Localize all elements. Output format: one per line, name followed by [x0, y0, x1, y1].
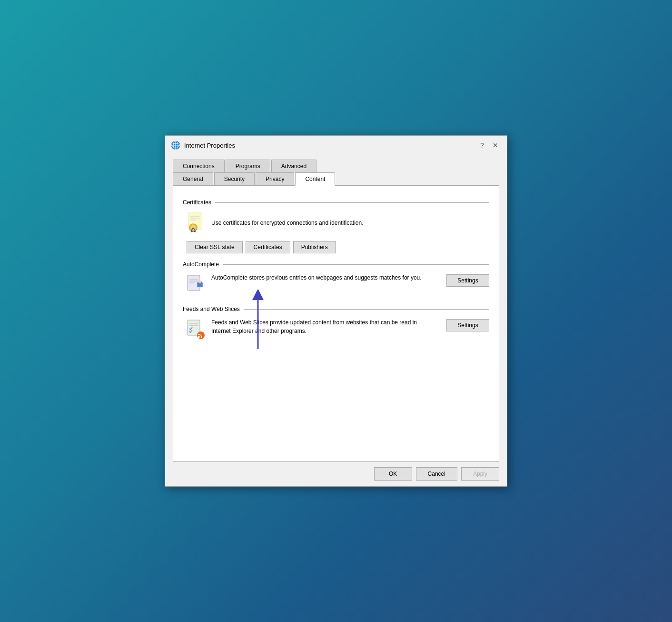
- autocomplete-icon: [187, 273, 206, 296]
- svg-point-21: [198, 281, 201, 283]
- tabs-container: Connections Programs Advanced General Se…: [165, 155, 507, 185]
- feeds-settings-button[interactable]: Settings: [446, 319, 489, 331]
- feeds-label: Feeds and Web Slices: [183, 306, 244, 312]
- certificates-button[interactable]: Certificates: [246, 241, 290, 253]
- certificates-label: Certificates: [183, 199, 215, 206]
- tab-security[interactable]: Security: [214, 172, 255, 186]
- feeds-body: Feeds and Web Slices provide updated con…: [183, 318, 489, 341]
- internet-properties-dialog: Internet Properties ? ✕ Connections Prog…: [165, 135, 507, 487]
- certificates-divider: [215, 202, 489, 203]
- feeds-header: Feeds and Web Slices: [183, 306, 489, 312]
- certificates-description: Use certificates for encrypted connectio…: [211, 220, 364, 226]
- cancel-button[interactable]: Cancel: [416, 467, 457, 481]
- tab-connections[interactable]: Connections: [173, 160, 225, 172]
- certificate-icon: [187, 211, 206, 234]
- tabs-row-1: Connections Programs Advanced: [173, 159, 499, 172]
- autocomplete-settings-button[interactable]: Settings: [446, 274, 489, 287]
- title-bar-controls: ? ✕: [476, 140, 501, 151]
- feeds-divider: [244, 309, 489, 310]
- tab-general[interactable]: General: [173, 172, 213, 186]
- certificates-header: Certificates: [183, 199, 489, 206]
- tabs-row-2: General Security Privacy Content: [173, 172, 499, 185]
- certificates-section: Certificates: [183, 199, 489, 253]
- tab-content[interactable]: Content: [295, 172, 335, 186]
- title-bar: Internet Properties ? ✕: [165, 136, 507, 155]
- publishers-button[interactable]: Publishers: [293, 241, 336, 253]
- dialog-title: Internet Properties: [184, 142, 473, 149]
- feeds-section: Feeds and Web Slices: [183, 306, 489, 341]
- ok-button[interactable]: OK: [374, 467, 412, 481]
- clear-ssl-button[interactable]: Clear SSL state: [187, 241, 243, 253]
- tab-programs[interactable]: Programs: [226, 160, 270, 172]
- dialog-footer: OK Cancel Apply: [165, 461, 507, 486]
- apply-button[interactable]: Apply: [461, 467, 499, 481]
- autocomplete-label: AutoComplete: [183, 261, 223, 268]
- certificates-body: Use certificates for encrypted connectio…: [183, 211, 489, 234]
- autocomplete-divider: [223, 264, 489, 265]
- svg-point-26: [197, 337, 199, 339]
- certificates-buttons: Clear SSL state Certificates Publishers: [183, 241, 489, 253]
- ie-icon: [171, 140, 180, 150]
- help-button[interactable]: ?: [476, 140, 488, 151]
- autocomplete-description: AutoComplete stores previous entries on …: [211, 273, 437, 282]
- tab-advanced[interactable]: Advanced: [271, 160, 316, 172]
- autocomplete-header: AutoComplete: [183, 261, 489, 268]
- autocomplete-body: AutoComplete stores previous entries on …: [183, 273, 489, 296]
- close-button[interactable]: ✕: [490, 140, 501, 151]
- tab-privacy[interactable]: Privacy: [256, 172, 294, 186]
- feeds-icon: [187, 318, 206, 341]
- feeds-description: Feeds and Web Slices provide updated con…: [211, 318, 437, 335]
- autocomplete-section: AutoComplete AutoComplete stores previou…: [183, 261, 489, 296]
- content-area: Certificates: [173, 185, 499, 461]
